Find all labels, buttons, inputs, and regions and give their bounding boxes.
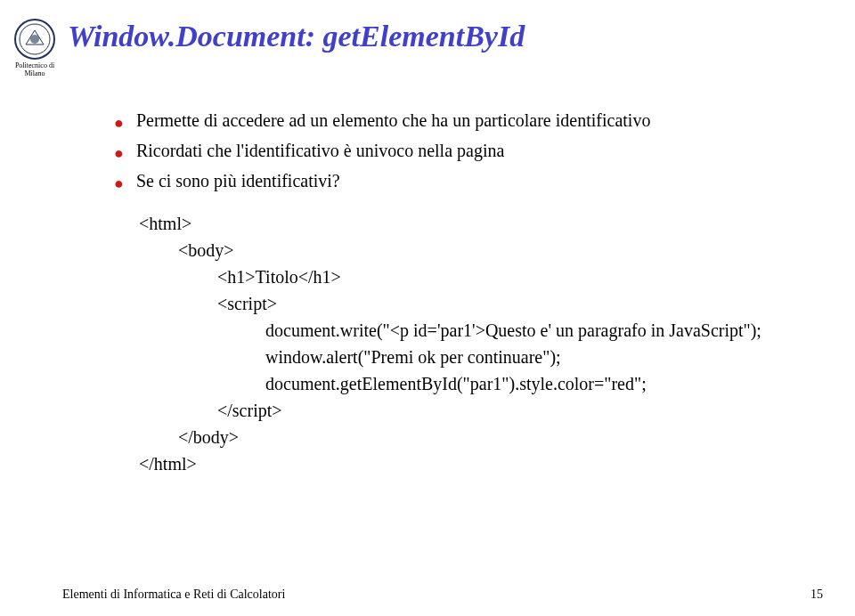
bullet-icon: ● [114,173,124,194]
code-line: <body> [139,237,855,263]
header: Politecnico di Milano Window.Document: g… [0,0,855,78]
code-line: document.write("<p id='par1'>Questo e' u… [139,317,855,344]
code-line: window.alert("Premi ok per continuare"); [139,344,855,370]
bullet-icon: ● [114,142,124,164]
logo-column: Politecnico di Milano [7,18,62,78]
university-line2: Milano [24,69,45,77]
university-line1: Politecnico di [15,61,54,69]
bullet-text: Ricordati che l'identificativo è univoco… [136,139,504,163]
page-title: Window.Document: getElementById [68,20,525,53]
bullet-icon: ● [114,112,124,134]
code-line: <script> [139,290,855,317]
footer: Elementi di Informatica e Reti di Calcol… [62,588,823,602]
bullet-text: Permette di accedere ad un elemento che … [136,109,651,133]
svg-point-2 [30,35,39,44]
code-line: </html> [139,450,855,477]
page-number: 15 [810,588,823,602]
bullet-item: ● Ricordati che l'identificativo è univo… [114,139,855,164]
main-content: ● Permette di accedere ad un elemento ch… [114,109,855,478]
code-line: document.getElementById("par1").style.co… [139,370,855,397]
code-line: </body> [139,424,855,450]
code-line: </script> [139,397,855,424]
university-seal-icon [13,18,56,61]
code-line: <html> [139,210,855,237]
university-name: Politecnico di Milano [15,62,54,78]
code-example: <html> <body> <h1>Titolo</h1> <script> d… [139,210,855,477]
bullet-item: ● Permette di accedere ad un elemento ch… [114,109,855,134]
bullet-text: Se ci sono più identificativi? [136,169,340,193]
bullet-item: ● Se ci sono più identificativi? [114,169,855,194]
footer-title: Elementi di Informatica e Reti di Calcol… [62,588,285,602]
code-line: <h1>Titolo</h1> [139,263,855,290]
